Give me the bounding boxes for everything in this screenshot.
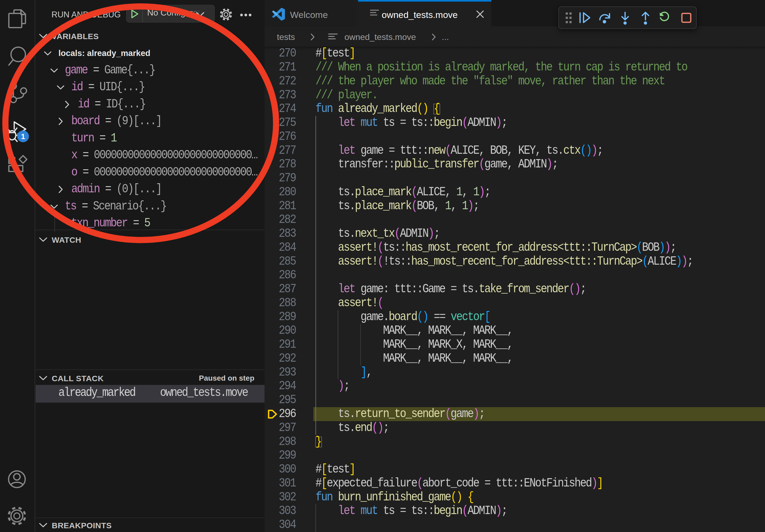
svg-text:1: 1 <box>21 132 25 140</box>
